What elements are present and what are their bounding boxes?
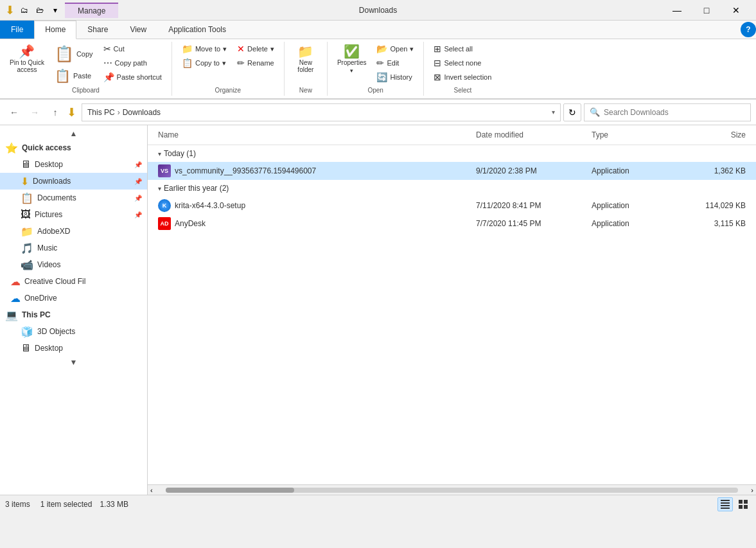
up-button[interactable]: ↑ bbox=[46, 103, 64, 121]
paste-shortcut-btn[interactable]: 📌 Paste shortcut bbox=[99, 70, 166, 84]
new-folder-btn[interactable]: 📁 Newfolder bbox=[290, 42, 322, 76]
history-label: History bbox=[390, 73, 412, 81]
view-details-btn[interactable] bbox=[717, 497, 733, 511]
group-header-today[interactable]: ▾ Today (1) bbox=[148, 145, 756, 162]
krita-date: 7/11/2020 8:41 PM bbox=[476, 201, 592, 210]
sidebar-item-onedrive[interactable]: ☁ OneDrive bbox=[0, 290, 147, 306]
minimize-button[interactable]: — bbox=[662, 0, 692, 21]
help-button[interactable]: ? bbox=[741, 22, 756, 37]
col-header-name[interactable]: Name bbox=[158, 128, 476, 142]
sidebar-item-quick-access[interactable]: ⭐ Quick access bbox=[0, 139, 147, 156]
pin-to-quick-btn[interactable]: 📌 Pin to Quickaccess bbox=[5, 42, 49, 76]
qat-save-btn[interactable]: 🗂 bbox=[17, 3, 31, 17]
file-name-krita: K krita-x64-4.3.0-setup bbox=[158, 199, 476, 212]
hscroll-thumb[interactable] bbox=[166, 488, 294, 493]
cut-label: Cut bbox=[114, 45, 125, 53]
forward-button[interactable]: → bbox=[26, 103, 44, 121]
desktop2-icon: 🖥 bbox=[21, 342, 31, 354]
edit-btn[interactable]: ✏ Edit bbox=[372, 56, 418, 70]
sidebar-item-adobexd[interactable]: 📁 AdobeXD bbox=[0, 223, 147, 240]
file-row-vs-community[interactable]: VS vs_community__993563776.1594496007 9/… bbox=[148, 162, 756, 180]
open-btn[interactable]: 📂 Open ▾ bbox=[372, 42, 418, 56]
sidebar-item-desktop[interactable]: 🖥 Desktop 📌 bbox=[0, 156, 147, 173]
copy-btn[interactable]: 📋 Copy bbox=[50, 42, 98, 66]
sidebar-scroll-up[interactable]: ▲ bbox=[0, 128, 147, 139]
copy-to-btn[interactable]: 📋 Copy to ▾ bbox=[177, 56, 231, 70]
col-header-size[interactable]: Size bbox=[681, 128, 746, 142]
hscroll-right-arrow[interactable]: › bbox=[748, 486, 756, 494]
sidebar-item-documents[interactable]: 📋 Documents 📌 bbox=[0, 190, 147, 206]
select-none-btn[interactable]: ⊟ Select none bbox=[429, 56, 496, 70]
file-row-krita[interactable]: K krita-x64-4.3.0-setup 7/11/2020 8:41 P… bbox=[148, 197, 756, 215]
svg-rect-0 bbox=[721, 500, 730, 501]
view-large-icons-btn[interactable] bbox=[735, 497, 751, 511]
manage-tab[interactable]: Manage bbox=[65, 3, 118, 18]
open-label: Open bbox=[390, 45, 407, 53]
pin-indicator-documents: 📌 bbox=[134, 195, 142, 202]
group-header-earlier[interactable]: ▾ Earlier this year (2) bbox=[148, 180, 756, 197]
back-button[interactable]: ← bbox=[5, 103, 23, 121]
file-name-vs-community: VS vs_community__993563776.1594496007 bbox=[158, 164, 476, 177]
delete-label: Delete bbox=[247, 45, 268, 53]
rename-label: Rename bbox=[247, 59, 274, 67]
sidebar-label-creative-cloud: Creative Cloud Fil bbox=[24, 277, 85, 286]
maximize-button[interactable]: □ bbox=[692, 0, 721, 21]
sidebar-item-pictures[interactable]: 🖼 Pictures 📌 bbox=[0, 206, 147, 223]
clipboard-buttons: 📌 Pin to Quickaccess 📋 Copy 📋 Paste bbox=[5, 42, 166, 85]
file-row-anydesk[interactable]: AD AnyDesk 7/7/2020 11:45 PM Application… bbox=[148, 215, 756, 233]
history-btn[interactable]: 🔄 History bbox=[372, 70, 418, 84]
paste-label: Paste bbox=[73, 72, 91, 80]
search-input[interactable] bbox=[604, 108, 745, 117]
group-chevron-earlier: ▾ bbox=[158, 185, 161, 192]
cut-btn[interactable]: ✂ Cut bbox=[99, 42, 166, 56]
close-button[interactable]: ✕ bbox=[721, 0, 751, 21]
item-count: 3 items bbox=[5, 500, 30, 509]
ribbon-group-select: ⊞ Select all ⊟ Select none ⊠ Invert sele… bbox=[424, 42, 501, 96]
tab-home[interactable]: Home bbox=[34, 21, 76, 39]
tab-view[interactable]: View bbox=[119, 21, 157, 39]
refresh-button[interactable]: ↻ bbox=[563, 103, 581, 121]
qat-folder-btn[interactable]: 🗁 bbox=[33, 3, 47, 17]
sidebar-item-downloads[interactable]: ⬇ Downloads 📌 bbox=[0, 173, 147, 190]
copy-to-arrow: ▾ bbox=[222, 59, 226, 67]
col-header-date[interactable]: Date modified bbox=[476, 128, 592, 142]
copy-path-btn[interactable]: ⋯ Copy path bbox=[99, 56, 166, 70]
sidebar-item-this-pc[interactable]: 💻 This PC bbox=[0, 306, 147, 323]
address-path[interactable]: This PC › Downloads ▾ bbox=[82, 103, 561, 121]
select-all-btn[interactable]: ⊞ Select all bbox=[429, 42, 496, 56]
properties-btn[interactable]: ✅ Properties ▾ bbox=[333, 42, 371, 77]
open-buttons: ✅ Properties ▾ 📂 Open ▾ ✏ Edit 🔄 bbox=[333, 42, 419, 85]
invert-selection-btn[interactable]: ⊠ Invert selection bbox=[429, 70, 496, 84]
hscroll-left-arrow[interactable]: ‹ bbox=[148, 486, 155, 494]
open-arrow: ▾ bbox=[410, 45, 414, 53]
vs-community-name: vs_community__993563776.1594496007 bbox=[175, 166, 316, 175]
sidebar-label-this-pc: This PC bbox=[22, 310, 51, 319]
sidebar-item-3d-objects[interactable]: 🧊 3D Objects bbox=[0, 323, 147, 340]
sidebar-scroll-down[interactable]: ▼ bbox=[0, 357, 147, 368]
search-box[interactable]: 🔍 bbox=[584, 103, 751, 121]
rename-btn[interactable]: ✏ Rename bbox=[233, 56, 279, 70]
organize-buttons: 📁 Move to ▾ 📋 Copy to ▾ ✕ Delete ▾ bbox=[177, 42, 279, 85]
svg-rect-5 bbox=[744, 500, 748, 504]
ribbon: File Home Share View Application Tools ?… bbox=[0, 21, 756, 100]
move-to-btn[interactable]: 📁 Move to ▾ bbox=[177, 42, 231, 56]
scissors-icon: ✂ bbox=[103, 44, 111, 54]
col-header-type[interactable]: Type bbox=[592, 128, 681, 142]
qat-dropdown-btn[interactable]: ▾ bbox=[48, 3, 62, 17]
sidebar-item-creative-cloud[interactable]: ☁ Creative Cloud Fil bbox=[0, 273, 147, 290]
pin-icon: 📌 bbox=[19, 45, 35, 58]
sidebar-item-desktop2[interactable]: 🖥 Desktop bbox=[0, 340, 147, 357]
tab-app-tools[interactable]: Application Tools bbox=[157, 21, 237, 39]
delete-btn[interactable]: ✕ Delete ▾ bbox=[233, 42, 279, 56]
tab-file[interactable]: File bbox=[0, 21, 34, 39]
tab-share[interactable]: Share bbox=[76, 21, 119, 39]
scroll-down-icon: ▼ bbox=[70, 358, 78, 367]
paste-btn[interactable]: 📋 Paste bbox=[50, 66, 98, 85]
sidebar-item-music[interactable]: 🎵 Music bbox=[0, 240, 147, 256]
horizontal-scrollbar[interactable]: ‹ › bbox=[148, 484, 756, 495]
title-bar-left: ⬇ 🗂 🗁 ▾ Manage bbox=[5, 3, 662, 18]
videos-icon: 📹 bbox=[21, 259, 33, 271]
properties-icon: ✅ bbox=[344, 45, 360, 58]
select-all-label: Select all bbox=[444, 45, 473, 53]
sidebar-item-videos[interactable]: 📹 Videos bbox=[0, 256, 147, 273]
